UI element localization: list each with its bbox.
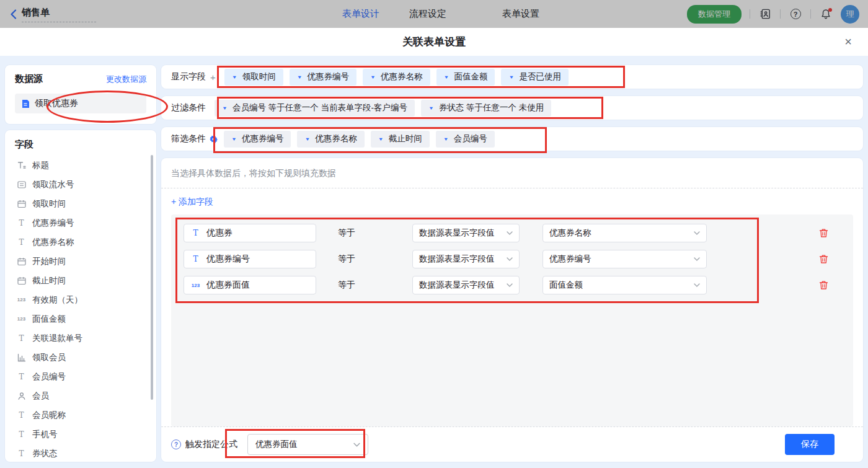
question-circle-icon[interactable]: ? bbox=[171, 439, 181, 449]
datasource-card: 数据源 更改数据源 领取优惠券 bbox=[5, 65, 156, 124]
field-item[interactable]: 123 面值金额 bbox=[5, 309, 156, 329]
modal-title: 关联表单设置 bbox=[402, 35, 466, 49]
fill-rules-card: 当选择具体数据后，将按如下规则填充数据 + 添加字段 T 优惠券 等于 数据源表… bbox=[161, 158, 863, 462]
title-icon bbox=[16, 161, 27, 169]
field-item[interactable]: 开始时间 bbox=[5, 252, 156, 271]
filter-condition-tag[interactable]: ▼券状态 等于任意一个 未使用 bbox=[421, 100, 551, 117]
field-item[interactable]: T 优惠券编号 bbox=[5, 213, 156, 232]
caret-down-icon: ▼ bbox=[443, 136, 449, 142]
save-button[interactable]: 保存 bbox=[785, 434, 835, 455]
filter-condition-tag[interactable]: ▼会员编号 等于任意一个 当前表单字段-客户编号 bbox=[215, 100, 415, 117]
field-item[interactable]: 领取时间 bbox=[5, 194, 156, 213]
chevron-down-icon bbox=[507, 257, 513, 261]
scrollbar[interactable] bbox=[151, 155, 153, 400]
rule-target-field[interactable]: T 优惠券 bbox=[184, 224, 316, 242]
display-field-tag[interactable]: ▼优惠券名称 bbox=[363, 69, 430, 86]
field-item[interactable]: 标题 bbox=[5, 156, 156, 175]
caret-down-icon: ▼ bbox=[378, 136, 384, 142]
add-field-button[interactable]: + 添加字段 bbox=[161, 188, 223, 208]
rule-value-select[interactable]: 优惠券名称 bbox=[542, 224, 707, 242]
form-doc-icon bbox=[21, 99, 30, 108]
gear-icon[interactable] bbox=[210, 135, 218, 143]
caret-down-icon: ▼ bbox=[428, 105, 434, 111]
screen-conditions-row: 筛选条件 ▼优惠券编号 ▼优惠券名称 ▼截止时间 ▼会员编号 bbox=[161, 127, 863, 151]
rule-target-field[interactable]: T 优惠券编号 bbox=[184, 250, 316, 268]
screen-condition-tag[interactable]: ▼优惠券名称 bbox=[297, 131, 364, 148]
rule-value-select[interactable]: 优惠券编号 bbox=[542, 250, 707, 268]
text-icon: T bbox=[16, 334, 27, 343]
trigger-formula-label: 触发指定公式 bbox=[185, 439, 237, 450]
rule-row: 123 优惠券面值 等于 数据源表显示字段值 面值金额 bbox=[171, 276, 853, 294]
field-item[interactable]: 领取流水号 bbox=[5, 175, 156, 194]
chevron-down-icon bbox=[694, 231, 700, 235]
app-screen: 销售单 表单设计 流程设定 表单设置 数据管理 ? bbox=[0, 0, 868, 468]
screen-condition-tag[interactable]: ▼截止时间 bbox=[371, 131, 430, 148]
delete-rule-icon[interactable] bbox=[819, 280, 828, 290]
rule-source-select[interactable]: 数据源表显示字段值 bbox=[412, 250, 520, 268]
field-item[interactable]: T 会员昵称 bbox=[5, 405, 156, 425]
field-item[interactable]: 领取会员 bbox=[5, 348, 156, 367]
text-icon: T bbox=[16, 449, 27, 458]
caret-down-icon: ▼ bbox=[444, 74, 450, 80]
field-item[interactable]: 会员 bbox=[5, 386, 156, 405]
rule-source-select[interactable]: 数据源表显示字段值 bbox=[412, 276, 520, 294]
close-icon[interactable]: × bbox=[844, 35, 852, 48]
caret-down-icon: ▼ bbox=[304, 136, 310, 142]
chevron-down-icon bbox=[507, 283, 513, 287]
display-fields-label: 显示字段 bbox=[171, 71, 206, 82]
delete-rule-icon[interactable] bbox=[819, 228, 828, 238]
filter-conditions-label: 过滤条件 bbox=[171, 102, 206, 113]
caret-down-icon: ▼ bbox=[232, 74, 237, 80]
field-item[interactable]: T 券状态 bbox=[5, 444, 156, 462]
rule-operator: 等于 bbox=[338, 254, 412, 265]
date-icon bbox=[16, 257, 27, 266]
caret-down-icon: ▼ bbox=[297, 74, 303, 80]
field-item[interactable]: T 手机号 bbox=[5, 425, 156, 444]
field-item[interactable]: 截止时间 bbox=[5, 271, 156, 290]
text-icon: T bbox=[190, 229, 201, 237]
date-icon bbox=[16, 276, 27, 285]
datasource-title: 数据源 bbox=[15, 73, 43, 85]
display-field-tag[interactable]: ▼优惠券编号 bbox=[290, 69, 356, 86]
fields-title: 字段 bbox=[5, 139, 156, 151]
selected-datasource[interactable]: 领取优惠券 bbox=[15, 94, 146, 113]
text-icon: T bbox=[190, 255, 201, 263]
text-icon: T bbox=[16, 219, 27, 227]
delete-rule-icon[interactable] bbox=[819, 254, 828, 264]
field-item[interactable]: T 优惠券名称 bbox=[5, 232, 156, 252]
serial-icon bbox=[16, 180, 27, 189]
rule-target-field[interactable]: 123 优惠券面值 bbox=[184, 276, 316, 294]
screen-condition-tag[interactable]: ▼优惠券编号 bbox=[224, 131, 291, 148]
change-datasource-link[interactable]: 更改数据源 bbox=[106, 74, 146, 85]
divider bbox=[161, 188, 863, 188]
caret-down-icon: ▼ bbox=[231, 136, 237, 142]
display-field-tag[interactable]: ▼面值金额 bbox=[436, 69, 495, 86]
screen-conditions-label: 筛选条件 bbox=[171, 133, 206, 144]
rule-source-select[interactable]: 数据源表显示字段值 bbox=[412, 224, 520, 242]
chevron-down-icon bbox=[507, 231, 513, 235]
field-item[interactable]: T 关联退款单号 bbox=[5, 329, 156, 348]
field-item[interactable]: 123 有效期（天） bbox=[5, 290, 156, 309]
chevron-down-icon bbox=[694, 257, 700, 261]
trigger-formula-select[interactable]: 优惠券面值 bbox=[247, 434, 368, 455]
rule-value-select[interactable]: 面值金额 bbox=[542, 276, 707, 294]
rules-panel: T 优惠券 等于 数据源表显示字段值 优惠券名称 T bbox=[171, 214, 853, 426]
modal-titlebar: 关联表单设置 × bbox=[0, 28, 868, 56]
display-field-tag[interactable]: ▼是否已使用 bbox=[501, 69, 568, 86]
modal-dim-overlay bbox=[0, 0, 868, 28]
caret-down-icon: ▼ bbox=[370, 74, 376, 80]
screen-condition-tag[interactable]: ▼会员编号 bbox=[436, 131, 495, 148]
number-icon: 123 bbox=[190, 283, 201, 288]
text-icon: T bbox=[16, 238, 27, 247]
text-icon: T bbox=[16, 411, 27, 420]
display-field-tag[interactable]: ▼领取时间 bbox=[224, 69, 283, 86]
selected-datasource-label: 领取优惠券 bbox=[35, 98, 78, 109]
caret-down-icon: ▼ bbox=[222, 105, 228, 111]
person-icon bbox=[16, 392, 27, 400]
add-display-field-button[interactable]: + bbox=[210, 72, 216, 82]
rule-operator: 等于 bbox=[338, 227, 412, 239]
number-icon: 123 bbox=[16, 316, 27, 322]
field-item[interactable]: T 会员编号 bbox=[5, 367, 156, 386]
chevron-down-icon bbox=[694, 283, 700, 287]
date-icon bbox=[16, 200, 27, 208]
